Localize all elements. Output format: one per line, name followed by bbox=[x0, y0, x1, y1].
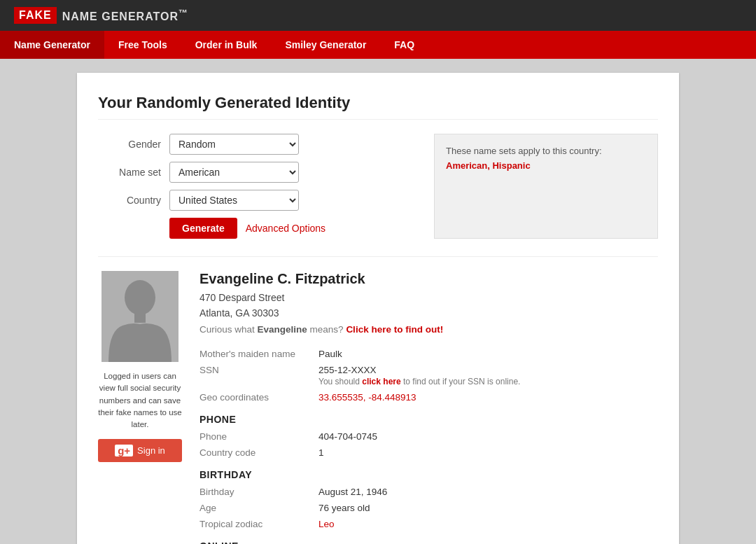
geo-link[interactable]: 33.655535, -84.448913 bbox=[318, 392, 416, 403]
namesets-info-text: These name sets apply to this country: bbox=[446, 146, 602, 156]
identity-data-table: Mother's maiden name Paulk SSN 255-12-XX… bbox=[200, 346, 658, 544]
nameset-select[interactable]: American bbox=[169, 162, 299, 183]
mothers-maiden-value: Paulk bbox=[318, 346, 658, 362]
gender-select[interactable]: Random bbox=[169, 134, 299, 155]
main-content: Your Randomly Generated Identity Gender … bbox=[77, 73, 679, 544]
advanced-options-link[interactable]: Advanced Options bbox=[246, 223, 326, 234]
curious-line: Curious what Evangeline means? Click her… bbox=[200, 324, 658, 335]
nameset-label: Name set bbox=[98, 167, 161, 178]
phone-section-header: PHONE bbox=[200, 405, 658, 428]
signin-button[interactable]: g+ Sign in bbox=[98, 439, 182, 462]
identity-details: Evangeline C. Fitzpatrick 470 Despard St… bbox=[200, 271, 658, 544]
nav-item-name-generator[interactable]: Name Generator bbox=[0, 31, 104, 59]
nav-item-free-tools[interactable]: Free Tools bbox=[104, 31, 181, 59]
nav-bar: Name Generator Free Tools Order in Bulk … bbox=[0, 31, 756, 59]
nav-item-smiley-generator[interactable]: Smiley Generator bbox=[271, 31, 380, 59]
nav-item-faq[interactable]: FAQ bbox=[380, 31, 428, 59]
avatar-caption: Logged in users can view full social sec… bbox=[98, 370, 182, 431]
country-row: Country United States bbox=[98, 190, 420, 211]
form-actions: Generate Advanced Options bbox=[169, 218, 420, 239]
svg-point-1 bbox=[125, 280, 155, 315]
tropical-zodiac-label: Tropical zodiac bbox=[200, 516, 318, 532]
phone-value: 404-704-0745 bbox=[318, 428, 658, 445]
nav-item-order-bulk[interactable]: Order in Bulk bbox=[181, 31, 272, 59]
generate-button[interactable]: Generate bbox=[169, 218, 237, 239]
geo-label: Geo coordinates bbox=[200, 389, 318, 405]
signin-label: Sign in bbox=[137, 445, 165, 456]
table-row: Geo coordinates 33.655535, -84.448913 bbox=[200, 389, 658, 405]
svg-rect-2 bbox=[134, 313, 146, 323]
namesets-values: American, Hispanic bbox=[446, 160, 531, 171]
curious-find-out-link[interactable]: Click here to find out! bbox=[346, 324, 443, 335]
curious-name: Evangeline bbox=[258, 324, 307, 335]
table-row: Mother's maiden name Paulk bbox=[200, 346, 658, 362]
ssn-label: SSN bbox=[200, 362, 318, 389]
ssn-link[interactable]: click here bbox=[362, 377, 400, 386]
country-select[interactable]: United States bbox=[169, 190, 299, 211]
avatar bbox=[102, 271, 178, 362]
birthday-label: Birthday bbox=[200, 484, 318, 500]
form-section: Gender Random Name set American Country … bbox=[98, 134, 658, 239]
nameset-row: Name set American bbox=[98, 162, 420, 183]
age-label: Age bbox=[200, 500, 318, 516]
tropical-zodiac-value: Leo bbox=[318, 516, 658, 532]
table-row: SSN 255-12-XXXX You should click here to… bbox=[200, 362, 658, 389]
logo-text: NAME GENERATOR™ bbox=[62, 8, 189, 23]
google-icon: g+ bbox=[115, 445, 133, 456]
ssn-value: 255-12-XXXX You should click here to fin… bbox=[318, 362, 658, 389]
gender-row: Gender Random bbox=[98, 134, 420, 155]
mothers-maiden-label: Mother's maiden name bbox=[200, 346, 318, 362]
identity-section: Logged in users can view full social sec… bbox=[98, 256, 658, 544]
form-left: Gender Random Name set American Country … bbox=[98, 134, 420, 239]
table-row: Tropical zodiac Leo bbox=[200, 516, 658, 532]
online-section-header: ONLINE bbox=[200, 532, 658, 544]
table-row: Age 76 years old bbox=[200, 500, 658, 516]
table-row: Country code 1 bbox=[200, 445, 658, 461]
gender-label: Gender bbox=[98, 139, 161, 150]
identity-name: Evangeline C. Fitzpatrick bbox=[200, 271, 658, 287]
page-title: Your Randomly Generated Identity bbox=[98, 94, 658, 120]
birthday-section-header: BIRTHDAY bbox=[200, 461, 658, 484]
identity-address: 470 Despard Street Atlanta, GA 30303 bbox=[200, 290, 658, 321]
table-row: Phone 404-704-0745 bbox=[200, 428, 658, 445]
top-bar: FAKE NAME GENERATOR™ bbox=[0, 0, 756, 31]
age-value: 76 years old bbox=[318, 500, 658, 516]
logo-fake: FAKE bbox=[14, 7, 57, 24]
phone-label: Phone bbox=[200, 428, 318, 445]
name-sets-info: These name sets apply to this country: A… bbox=[434, 134, 658, 239]
birthday-value: August 21, 1946 bbox=[318, 484, 658, 500]
country-code-label: Country code bbox=[200, 445, 318, 461]
avatar-column: Logged in users can view full social sec… bbox=[98, 271, 182, 544]
table-row: Birthday August 21, 1946 bbox=[200, 484, 658, 500]
ssn-note: You should click here to find out if you… bbox=[318, 377, 658, 386]
geo-value: 33.655535, -84.448913 bbox=[318, 389, 658, 405]
country-code-value: 1 bbox=[318, 445, 658, 461]
country-label: Country bbox=[98, 195, 161, 206]
zodiac-link[interactable]: Leo bbox=[318, 519, 335, 529]
